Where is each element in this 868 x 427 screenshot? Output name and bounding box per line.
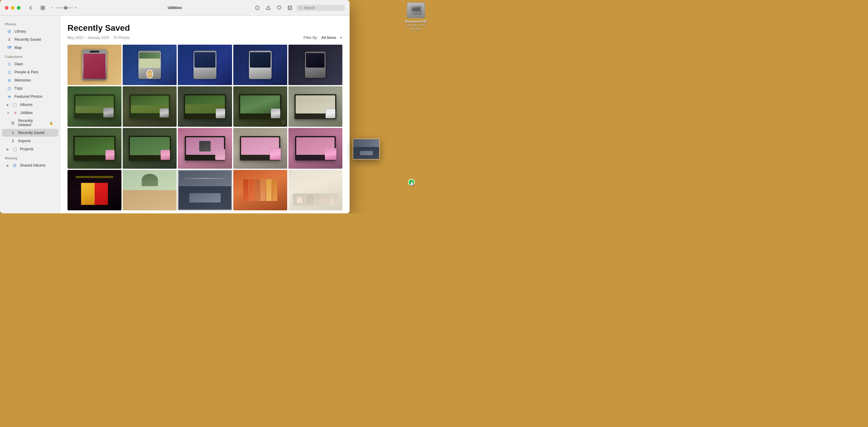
hdd-drive-icon (407, 2, 425, 18)
search-input[interactable] (304, 6, 342, 10)
deleted-icon: 🗑 (10, 120, 16, 125)
sidebar-item-recently-saved-util[interactable]: ⬇ Recently Saved (2, 129, 58, 137)
mac-window: − + Utilities i (0, 0, 350, 214)
lock-icon: 🔒 (49, 121, 53, 125)
sidebar-item-recently-deleted[interactable]: 🗑 Recently Deleted 🔒 (2, 117, 58, 129)
sidebar-item-utilities[interactable]: ▼ ✳ Utilities (2, 109, 58, 117)
main-area: Photos ⊞ Library ⬇ Recently Saved 🗺 Map … (0, 16, 350, 214)
hdd-svg (410, 5, 422, 15)
svg-rect-7 (289, 7, 291, 9)
photo-cell[interactable] (67, 86, 121, 127)
sidebar-item-memories[interactable]: ⊕ Memories (2, 76, 58, 84)
photo-cell[interactable] (123, 45, 177, 85)
svg-point-12 (418, 12, 420, 13)
heart-badge: ♡ (281, 120, 285, 125)
photo-cell[interactable] (233, 128, 287, 168)
recently-saved-icon: ⬇ (7, 37, 12, 42)
library-icon: ⊞ (7, 29, 12, 34)
back-button[interactable] (27, 4, 35, 12)
photos-section-header: Photos (0, 19, 60, 27)
view-button[interactable] (38, 4, 47, 12)
collapse-icon: ▼ (7, 111, 10, 115)
sidebar-item-library[interactable]: ⊞ Library (2, 27, 58, 35)
svg-rect-2 (41, 8, 42, 10)
photo-cell[interactable] (123, 128, 177, 168)
search-box[interactable] (297, 5, 345, 11)
sidebar-item-trips[interactable]: ⊡ Trips (2, 85, 58, 92)
photo-cell[interactable] (288, 128, 342, 168)
sidebar-item-imports[interactable]: ⬇ Imports (2, 137, 58, 145)
sharing-section-header: Sharing (0, 153, 60, 161)
arrow-indicator (350, 0, 434, 214)
add-badge: + (408, 179, 415, 186)
info-button[interactable]: i (253, 4, 261, 12)
sidebar-item-shared-albums[interactable]: ▶ ⊞ Shared Albums (2, 162, 58, 169)
projects-expand-icon: ▶ (7, 148, 9, 151)
heart-button[interactable] (275, 4, 283, 12)
macintosh-hd-icon[interactable]: Macintosh HD 245 GB, 87.02 GB free (404, 2, 428, 31)
photo-cell[interactable] (233, 45, 287, 85)
toolbar-right: i (253, 4, 345, 12)
desktop-area: Macintosh HD 245 GB, 87.02 GB free + (350, 0, 434, 214)
crop-button[interactable] (286, 4, 294, 12)
zoom-slider[interactable] (55, 7, 73, 8)
sidebar-item-recently-saved[interactable]: ⬇ Recently Saved (2, 36, 58, 44)
hdd-name: Macintosh HD (404, 19, 428, 24)
sidebar-item-days[interactable]: ⊙ Days (2, 60, 58, 68)
search-icon (299, 6, 302, 10)
filter-chevron-icon: ▼ (340, 36, 342, 39)
minimize-button[interactable] (11, 6, 14, 10)
page-title: Recently Saved (67, 23, 342, 33)
days-icon: ⊙ (7, 62, 12, 66)
photo-cell[interactable] (67, 128, 121, 168)
photo-cell[interactable] (178, 128, 232, 168)
svg-point-8 (299, 6, 301, 8)
expand-icon: ▶ (7, 103, 9, 107)
svg-rect-6 (288, 6, 292, 10)
toolbar-controls: − + (27, 4, 77, 12)
photo-cell[interactable] (288, 86, 342, 127)
svg-rect-13 (412, 13, 417, 13)
memories-icon: ⊕ (7, 78, 12, 83)
map-icon: 🗺 (7, 45, 12, 50)
title-bar: − + Utilities i (0, 0, 350, 16)
photo-cell[interactable] (288, 45, 342, 85)
content-meta: May 2023 – January 2024 76 Photos Filter… (67, 36, 342, 40)
photo-cell[interactable] (67, 170, 121, 210)
sidebar-item-featured-photos[interactable]: ★ Featured Photos (2, 93, 58, 101)
sidebar-item-projects[interactable]: ▶ ▢ Projects (2, 145, 58, 153)
trips-icon: ⊡ (7, 86, 12, 91)
utilities-icon: ✳ (13, 110, 18, 115)
traffic-lights (5, 6, 21, 10)
svg-rect-1 (43, 6, 44, 7)
people-icon: ◎ (7, 70, 12, 75)
photo-cell-dragging[interactable] (178, 170, 232, 210)
maximize-button[interactable] (17, 6, 21, 10)
projects-icon: ▢ (12, 147, 18, 151)
share-button[interactable] (264, 4, 273, 12)
hdd-info: 245 GB, 87.02 GB free (404, 24, 428, 31)
sidebar-item-people-pets[interactable]: ◎ People & Pets (2, 68, 58, 76)
close-button[interactable] (5, 6, 8, 10)
featured-icon: ★ (7, 94, 12, 99)
sidebar-item-albums[interactable]: ▶ ▢ Albums (2, 101, 58, 109)
photo-cell[interactable] (67, 45, 121, 85)
content-header: Recently Saved May 2023 – January 2024 7… (67, 23, 342, 40)
photo-cell[interactable] (288, 170, 342, 210)
dragging-photo[interactable] (352, 139, 380, 160)
photo-cell[interactable] (178, 45, 232, 85)
photo-cell[interactable] (178, 86, 232, 127)
photo-cell[interactable] (123, 170, 177, 210)
content-date-range: May 2023 – January 2024 76 Photos (67, 36, 130, 40)
albums-icon: ▢ (12, 102, 18, 107)
photo-cell[interactable] (123, 86, 177, 127)
photo-grid: ♡ (67, 45, 342, 214)
filter-control[interactable]: Filter By: All Items ▼ (304, 36, 342, 40)
photo-cell[interactable]: ♡ (233, 86, 287, 127)
svg-rect-3 (43, 8, 44, 10)
imports-icon: ⬇ (10, 139, 16, 143)
photo-cell[interactable] (233, 170, 287, 210)
sidebar-item-map[interactable]: 🗺 Map (2, 44, 58, 52)
shared-expand-icon: ▶ (7, 164, 9, 167)
zoom-control[interactable]: − + (51, 5, 77, 10)
